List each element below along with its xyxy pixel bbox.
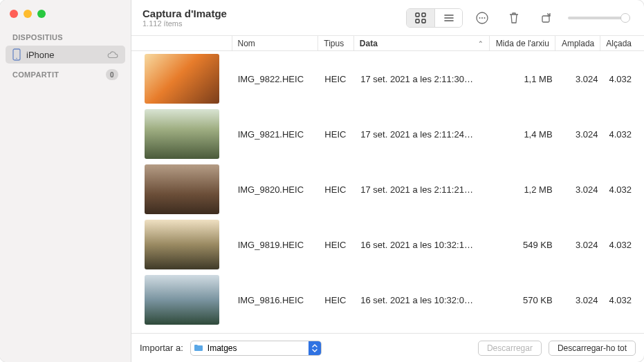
cell-name: IMG_9821.HEIC (232, 129, 320, 140)
cell-type: HEIC (319, 74, 355, 84)
thumbnail-size-slider[interactable] (568, 17, 630, 19)
thumbnail (145, 109, 219, 159)
content-area: Captura d'Imatge 1.112 ítems (131, 0, 644, 362)
sidebar-item-label: iPhone (26, 50, 54, 60)
cell-width: 3.024 (558, 129, 604, 140)
zoom-window-button[interactable] (37, 10, 46, 18)
svg-rect-13 (542, 16, 549, 22)
col-thumbnail[interactable] (131, 36, 232, 50)
cell-width: 3.024 (558, 74, 604, 84)
shared-count-badge: 0 (106, 69, 118, 80)
list-view-button[interactable] (434, 9, 462, 27)
sidebar: DISPOSITIUS iPhone COMPARTIT 0 (0, 0, 131, 362)
rotate-icon (539, 11, 553, 25)
col-width[interactable]: Amplada (555, 36, 600, 50)
col-date[interactable]: Data ⌃ (353, 36, 489, 50)
destination-value: Imatges (206, 343, 309, 353)
table-row[interactable]: IMG_9821.HEIC HEIC 17 set. 2021 a les 2:… (131, 106, 644, 162)
cell-height: 4.032 (603, 184, 644, 195)
sidebar-section-shared: COMPARTIT 0 (0, 68, 131, 84)
svg-point-11 (481, 17, 483, 19)
cell-type: HEIC (319, 129, 355, 140)
table-row[interactable]: IMG_9820.HEIC HEIC 17 set. 2021 a les 2:… (131, 162, 644, 217)
cell-type: HEIC (319, 295, 355, 305)
cell-name: IMG_9822.HEIC (232, 74, 320, 84)
thumbnail (145, 54, 219, 104)
cell-name: IMG_9819.HEIC (232, 240, 320, 250)
cell-date: 16 set. 2021 a les 10:32:0… (355, 295, 492, 305)
grid-view-button[interactable] (407, 9, 434, 27)
cell-size: 570 KB (492, 295, 558, 305)
svg-point-10 (479, 17, 481, 19)
cell-size: 1,4 MB (492, 129, 558, 140)
list-icon (443, 12, 454, 23)
table-row[interactable]: IMG_9819.HEIC HEIC 16 set. 2021 a les 10… (131, 217, 644, 272)
cell-height: 4.032 (603, 74, 644, 84)
thumbnail (145, 220, 219, 269)
table-row[interactable]: IMG_9816.HEIC HEIC 16 set. 2021 a les 10… (131, 272, 644, 327)
svg-point-12 (484, 17, 486, 19)
cell-name: IMG_9820.HEIC (232, 184, 320, 195)
thumbnail (145, 275, 219, 325)
folder-icon (191, 344, 206, 352)
cell-type: HEIC (319, 184, 355, 195)
title-box: Captura d'Imatge 1.112 ítems (142, 8, 227, 28)
table-body: IMG_9822.HEIC HEIC 17 set. 2021 a les 2:… (131, 51, 644, 333)
cell-date: 17 set. 2021 a les 2:11:21… (355, 184, 492, 195)
rotate-button[interactable] (536, 8, 555, 28)
col-name[interactable]: Nom (232, 36, 318, 50)
cell-date: 17 set. 2021 a les 2:11:24… (355, 129, 492, 140)
cell-width: 3.024 (558, 295, 604, 305)
grid-icon (415, 12, 426, 23)
cell-name: IMG_9816.HEIC (232, 295, 320, 305)
svg-rect-5 (422, 19, 425, 23)
view-mode-toggle (406, 8, 463, 28)
close-window-button[interactable] (10, 10, 18, 18)
cell-height: 4.032 (603, 295, 644, 305)
sidebar-section-devices: DISPOSITIUS (0, 32, 131, 46)
phone-icon (12, 48, 21, 61)
cell-width: 3.024 (558, 240, 604, 250)
window-title: Captura d'Imatge (142, 8, 227, 19)
sort-indicator-icon: ⌃ (478, 40, 484, 47)
slider-knob[interactable] (620, 13, 630, 23)
main-area: DISPOSITIUS iPhone COMPARTIT 0 Captura (0, 0, 644, 362)
minimize-window-button[interactable] (24, 10, 32, 18)
cell-width: 3.024 (558, 184, 604, 195)
app-window: DISPOSITIUS iPhone COMPARTIT 0 Captura (0, 0, 644, 362)
cell-size: 549 KB (492, 240, 558, 250)
import-to-label: Importar a: (140, 343, 183, 353)
col-type[interactable]: Tipus (318, 36, 353, 50)
cell-size: 1,2 MB (492, 184, 558, 195)
cell-date: 17 set. 2021 a les 2:11:30… (355, 74, 492, 84)
delete-button[interactable] (504, 8, 524, 28)
download-button[interactable]: Descarregar (478, 341, 542, 356)
title-bar: Captura d'Imatge 1.112 ítems (131, 0, 644, 36)
footer-bar: Importar a: Imatges Descarregar Descarre… (131, 333, 644, 362)
more-button[interactable] (472, 8, 492, 28)
cell-height: 4.032 (603, 240, 644, 250)
cell-type: HEIC (319, 240, 355, 250)
more-icon (475, 11, 489, 25)
thumbnail (145, 164, 219, 214)
download-all-button[interactable]: Descarregar-ho tot (549, 341, 636, 356)
cloud-icon (107, 51, 118, 59)
table-row[interactable]: IMG_9822.HEIC HEIC 17 set. 2021 a les 2:… (131, 51, 644, 106)
item-count: 1.112 ítems (142, 19, 227, 28)
svg-point-1 (16, 58, 17, 59)
svg-rect-4 (416, 19, 419, 23)
window-controls (0, 0, 131, 32)
chevron-updown-icon (309, 341, 321, 355)
destination-select[interactable]: Imatges (190, 341, 322, 356)
svg-rect-2 (416, 13, 419, 17)
cell-height: 4.032 (603, 129, 644, 140)
col-height[interactable]: Alçada (600, 36, 644, 50)
col-size[interactable]: Mida de l'arxiu (489, 36, 555, 50)
svg-rect-3 (422, 13, 425, 17)
cell-date: 16 set. 2021 a les 10:32:1… (355, 240, 492, 250)
trash-icon (508, 11, 520, 25)
sidebar-section-label: DISPOSITIUS (12, 33, 63, 41)
sidebar-section-label: COMPARTIT (12, 70, 59, 79)
cell-size: 1,1 MB (492, 74, 558, 84)
sidebar-item-iphone[interactable]: iPhone (6, 46, 125, 64)
